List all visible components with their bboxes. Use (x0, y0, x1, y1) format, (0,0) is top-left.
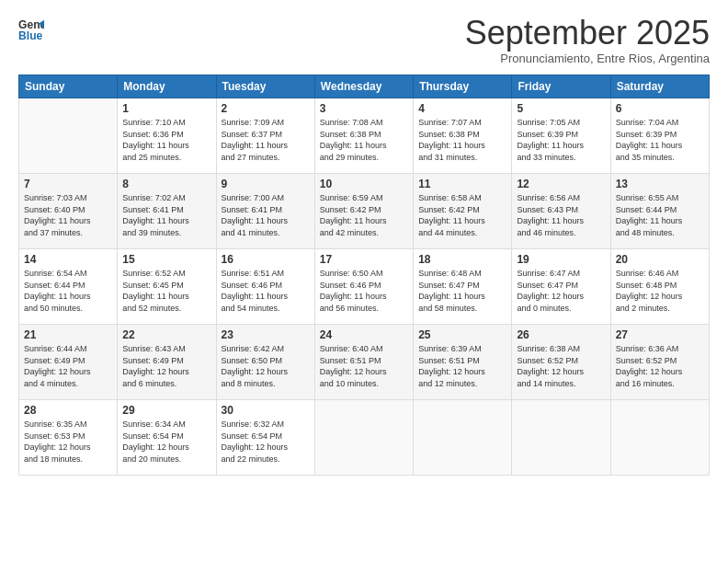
day-info: Sunrise: 6:48 AM Sunset: 6:47 PM Dayligh… (418, 268, 506, 314)
svg-text:Blue: Blue (18, 29, 43, 42)
weekday-header-monday: Monday (118, 75, 216, 98)
day-info: Sunrise: 6:35 AM Sunset: 6:53 PM Dayligh… (24, 419, 112, 465)
week-row-3: 14Sunrise: 6:54 AM Sunset: 6:44 PM Dayli… (19, 249, 710, 325)
calendar-cell-w1-d4: 3Sunrise: 7:08 AM Sunset: 6:38 PM Daylig… (314, 98, 413, 174)
day-info: Sunrise: 6:44 AM Sunset: 6:49 PM Dayligh… (24, 343, 112, 389)
calendar-cell-w4-d4: 24Sunrise: 6:40 AM Sunset: 6:51 PM Dayli… (314, 325, 413, 400)
day-info: Sunrise: 6:42 AM Sunset: 6:50 PM Dayligh… (222, 343, 310, 389)
day-info: Sunrise: 6:54 AM Sunset: 6:44 PM Dayligh… (24, 268, 112, 314)
weekday-header-row: SundayMondayTuesdayWednesdayThursdayFrid… (19, 75, 710, 98)
calendar-cell-w3-d4: 17Sunrise: 6:50 AM Sunset: 6:46 PM Dayli… (314, 249, 413, 325)
day-number: 12 (517, 178, 605, 190)
calendar-table: SundayMondayTuesdayWednesdayThursdayFrid… (18, 75, 710, 476)
day-info: Sunrise: 7:07 AM Sunset: 6:38 PM Dayligh… (418, 117, 506, 163)
day-number: 18 (418, 253, 506, 266)
calendar-cell-w5-d1: 28Sunrise: 6:35 AM Sunset: 6:53 PM Dayli… (19, 400, 118, 476)
day-info: Sunrise: 6:52 AM Sunset: 6:45 PM Dayligh… (122, 268, 210, 314)
day-info: Sunrise: 6:51 AM Sunset: 6:46 PM Dayligh… (222, 268, 310, 314)
day-number: 27 (616, 328, 704, 341)
calendar-cell-w3-d5: 18Sunrise: 6:48 AM Sunset: 6:47 PM Dayli… (414, 249, 512, 325)
weekday-header-saturday: Saturday (610, 75, 709, 98)
month-title: September 2025 (465, 17, 710, 50)
day-info: Sunrise: 6:58 AM Sunset: 6:42 PM Dayligh… (418, 192, 506, 238)
day-number: 25 (418, 328, 506, 341)
day-number: 20 (616, 253, 704, 266)
calendar-cell-w5-d2: 29Sunrise: 6:34 AM Sunset: 6:54 PM Dayli… (118, 400, 216, 476)
day-number: 13 (616, 178, 704, 190)
calendar-cell-w4-d2: 22Sunrise: 6:43 AM Sunset: 6:49 PM Dayli… (118, 325, 216, 400)
day-number: 17 (320, 253, 408, 266)
week-row-4: 21Sunrise: 6:44 AM Sunset: 6:49 PM Dayli… (19, 325, 710, 400)
calendar-cell-w5-d6 (512, 400, 610, 476)
day-info: Sunrise: 7:08 AM Sunset: 6:38 PM Dayligh… (320, 117, 408, 163)
week-row-5: 28Sunrise: 6:35 AM Sunset: 6:53 PM Dayli… (19, 400, 710, 476)
calendar-cell-w1-d3: 2Sunrise: 7:09 AM Sunset: 6:37 PM Daylig… (216, 98, 314, 174)
day-info: Sunrise: 7:00 AM Sunset: 6:41 PM Dayligh… (222, 192, 310, 238)
calendar-cell-w1-d1 (19, 98, 118, 174)
day-number: 10 (320, 178, 408, 190)
day-info: Sunrise: 6:40 AM Sunset: 6:51 PM Dayligh… (320, 343, 408, 389)
calendar-cell-w2-d6: 12Sunrise: 6:56 AM Sunset: 6:43 PM Dayli… (512, 174, 610, 249)
day-info: Sunrise: 6:36 AM Sunset: 6:52 PM Dayligh… (616, 343, 704, 389)
weekday-header-wednesday: Wednesday (314, 75, 413, 98)
weekday-header-friday: Friday (512, 75, 610, 98)
calendar-cell-w2-d1: 7Sunrise: 7:03 AM Sunset: 6:40 PM Daylig… (19, 174, 118, 249)
calendar-cell-w2-d5: 11Sunrise: 6:58 AM Sunset: 6:42 PM Dayli… (414, 174, 512, 249)
day-info: Sunrise: 6:55 AM Sunset: 6:44 PM Dayligh… (616, 192, 704, 238)
calendar-cell-w1-d6: 5Sunrise: 7:05 AM Sunset: 6:39 PM Daylig… (512, 98, 610, 174)
calendar-cell-w1-d2: 1Sunrise: 7:10 AM Sunset: 6:36 PM Daylig… (118, 98, 216, 174)
day-number: 26 (517, 328, 605, 341)
day-info: Sunrise: 6:56 AM Sunset: 6:43 PM Dayligh… (517, 192, 605, 238)
day-number: 21 (24, 328, 112, 341)
calendar-cell-w5-d4 (314, 400, 413, 476)
day-number: 6 (616, 102, 704, 115)
day-info: Sunrise: 6:50 AM Sunset: 6:46 PM Dayligh… (320, 268, 408, 314)
logo: General Blue (18, 17, 44, 42)
calendar-cell-w4-d6: 26Sunrise: 6:38 AM Sunset: 6:52 PM Dayli… (512, 325, 610, 400)
calendar-cell-w1-d7: 6Sunrise: 7:04 AM Sunset: 6:39 PM Daylig… (610, 98, 709, 174)
day-info: Sunrise: 6:59 AM Sunset: 6:42 PM Dayligh… (320, 192, 408, 238)
day-number: 24 (320, 328, 408, 341)
calendar-cell-w5-d5 (414, 400, 512, 476)
calendar-cell-w1-d5: 4Sunrise: 7:07 AM Sunset: 6:38 PM Daylig… (414, 98, 512, 174)
day-info: Sunrise: 6:34 AM Sunset: 6:54 PM Dayligh… (122, 419, 210, 465)
calendar-cell-w3-d2: 15Sunrise: 6:52 AM Sunset: 6:45 PM Dayli… (118, 249, 216, 325)
calendar-cell-w5-d7 (610, 400, 709, 476)
calendar-cell-w3-d3: 16Sunrise: 6:51 AM Sunset: 6:46 PM Dayli… (216, 249, 314, 325)
calendar-cell-w3-d1: 14Sunrise: 6:54 AM Sunset: 6:44 PM Dayli… (19, 249, 118, 325)
day-info: Sunrise: 6:38 AM Sunset: 6:52 PM Dayligh… (517, 343, 605, 389)
day-info: Sunrise: 6:43 AM Sunset: 6:49 PM Dayligh… (122, 343, 210, 389)
week-row-2: 7Sunrise: 7:03 AM Sunset: 6:40 PM Daylig… (19, 174, 710, 249)
day-number: 29 (122, 404, 210, 417)
day-number: 4 (418, 102, 506, 115)
day-number: 7 (24, 178, 112, 190)
page: General Blue September 2025 Pronunciamie… (0, 0, 728, 485)
day-number: 11 (418, 178, 506, 190)
weekday-header-tuesday: Tuesday (216, 75, 314, 98)
calendar-cell-w4-d7: 27Sunrise: 6:36 AM Sunset: 6:52 PM Dayli… (610, 325, 709, 400)
day-number: 16 (222, 253, 310, 266)
header: General Blue September 2025 Pronunciamie… (18, 17, 710, 65)
calendar-cell-w2-d4: 10Sunrise: 6:59 AM Sunset: 6:42 PM Dayli… (314, 174, 413, 249)
day-info: Sunrise: 7:05 AM Sunset: 6:39 PM Dayligh… (517, 117, 605, 163)
week-row-1: 1Sunrise: 7:10 AM Sunset: 6:36 PM Daylig… (19, 98, 710, 174)
subtitle: Pronunciamiento, Entre Rios, Argentina (465, 52, 710, 65)
calendar-cell-w4-d1: 21Sunrise: 6:44 AM Sunset: 6:49 PM Dayli… (19, 325, 118, 400)
day-info: Sunrise: 7:04 AM Sunset: 6:39 PM Dayligh… (616, 117, 704, 163)
day-number: 15 (122, 253, 210, 266)
day-number: 30 (222, 404, 310, 417)
weekday-header-sunday: Sunday (19, 75, 118, 98)
day-number: 3 (320, 102, 408, 115)
day-number: 19 (517, 253, 605, 266)
calendar-cell-w4-d5: 25Sunrise: 6:39 AM Sunset: 6:51 PM Dayli… (414, 325, 512, 400)
calendar-cell-w2-d2: 8Sunrise: 7:02 AM Sunset: 6:41 PM Daylig… (118, 174, 216, 249)
day-number: 28 (24, 404, 112, 417)
calendar-cell-w3-d7: 20Sunrise: 6:46 AM Sunset: 6:48 PM Dayli… (610, 249, 709, 325)
day-number: 8 (122, 178, 210, 190)
day-info: Sunrise: 7:03 AM Sunset: 6:40 PM Dayligh… (24, 192, 112, 238)
day-info: Sunrise: 7:02 AM Sunset: 6:41 PM Dayligh… (122, 192, 210, 238)
calendar-cell-w3-d6: 19Sunrise: 6:47 AM Sunset: 6:47 PM Dayli… (512, 249, 610, 325)
day-info: Sunrise: 7:09 AM Sunset: 6:37 PM Dayligh… (222, 117, 310, 163)
day-info: Sunrise: 6:47 AM Sunset: 6:47 PM Dayligh… (517, 268, 605, 314)
day-number: 2 (222, 102, 310, 115)
